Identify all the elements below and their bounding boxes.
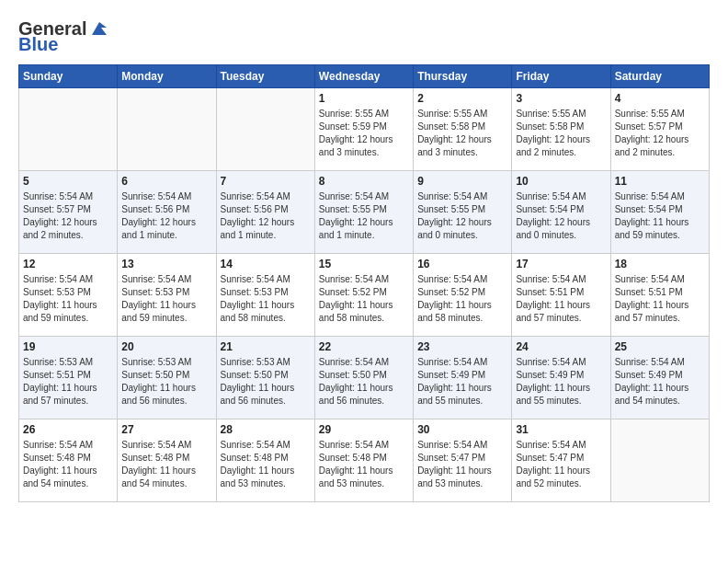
calendar-cell: 19Sunrise: 5:53 AM Sunset: 5:51 PM Dayli…	[19, 337, 118, 419]
day-number: 6	[121, 175, 211, 188]
calendar-cell	[19, 88, 118, 171]
calendar-cell: 7Sunrise: 5:54 AM Sunset: 5:56 PM Daylig…	[216, 171, 314, 254]
calendar-cell: 24Sunrise: 5:54 AM Sunset: 5:49 PM Dayli…	[512, 337, 610, 419]
calendar-table: SundayMondayTuesdayWednesdayThursdayFrid…	[18, 64, 710, 502]
day-of-week-header: Wednesday	[314, 65, 413, 88]
calendar-cell: 29Sunrise: 5:54 AM Sunset: 5:48 PM Dayli…	[314, 419, 413, 502]
calendar-cell: 22Sunrise: 5:54 AM Sunset: 5:50 PM Dayli…	[314, 337, 413, 419]
calendar-cell	[610, 419, 709, 502]
calendar-cell: 5Sunrise: 5:54 AM Sunset: 5:57 PM Daylig…	[19, 171, 118, 254]
day-info: Sunrise: 5:55 AM Sunset: 5:57 PM Dayligh…	[615, 108, 705, 159]
page-header: General Blue	[18, 18, 710, 55]
day-info: Sunrise: 5:54 AM Sunset: 5:47 PM Dayligh…	[417, 439, 507, 490]
svg-marker-0	[92, 22, 107, 35]
day-info: Sunrise: 5:54 AM Sunset: 5:49 PM Dayligh…	[417, 356, 507, 408]
day-number: 24	[516, 340, 606, 353]
day-number: 12	[23, 258, 113, 270]
calendar-cell: 12Sunrise: 5:54 AM Sunset: 5:53 PM Dayli…	[19, 254, 118, 337]
calendar-cell	[118, 88, 216, 171]
day-info: Sunrise: 5:54 AM Sunset: 5:53 PM Dayligh…	[221, 273, 311, 325]
day-info: Sunrise: 5:54 AM Sunset: 5:49 PM Dayligh…	[615, 356, 705, 408]
day-info: Sunrise: 5:54 AM Sunset: 5:56 PM Dayligh…	[221, 190, 311, 242]
calendar-cell: 25Sunrise: 5:54 AM Sunset: 5:49 PM Dayli…	[610, 337, 709, 419]
day-info: Sunrise: 5:54 AM Sunset: 5:53 PM Dayligh…	[23, 273, 113, 325]
calendar-cell: 6Sunrise: 5:54 AM Sunset: 5:56 PM Daylig…	[118, 171, 216, 254]
calendar-week-row: 19Sunrise: 5:53 AM Sunset: 5:51 PM Dayli…	[19, 337, 710, 419]
day-info: Sunrise: 5:54 AM Sunset: 5:57 PM Dayligh…	[23, 190, 113, 242]
day-info: Sunrise: 5:54 AM Sunset: 5:54 PM Dayligh…	[516, 190, 606, 242]
day-info: Sunrise: 5:54 AM Sunset: 5:54 PM Dayligh…	[615, 190, 705, 242]
calendar-cell: 27Sunrise: 5:54 AM Sunset: 5:48 PM Dayli…	[118, 419, 216, 502]
calendar-cell: 10Sunrise: 5:54 AM Sunset: 5:54 PM Dayli…	[512, 171, 610, 254]
calendar-week-row: 12Sunrise: 5:54 AM Sunset: 5:53 PM Dayli…	[19, 254, 710, 337]
day-number: 16	[417, 258, 507, 270]
day-info: Sunrise: 5:54 AM Sunset: 5:48 PM Dayligh…	[221, 439, 311, 490]
calendar-cell: 23Sunrise: 5:54 AM Sunset: 5:49 PM Dayli…	[414, 337, 512, 419]
day-of-week-header: Sunday	[19, 65, 118, 88]
calendar-cell: 21Sunrise: 5:53 AM Sunset: 5:50 PM Dayli…	[216, 337, 314, 419]
day-number: 15	[319, 258, 409, 270]
logo-blue-text: Blue	[18, 34, 58, 55]
day-number: 20	[121, 340, 211, 353]
day-of-week-header: Friday	[512, 65, 610, 88]
day-number: 7	[221, 175, 311, 188]
calendar-cell: 18Sunrise: 5:54 AM Sunset: 5:51 PM Dayli…	[610, 254, 709, 337]
day-info: Sunrise: 5:54 AM Sunset: 5:47 PM Dayligh…	[516, 439, 606, 490]
calendar-cell: 15Sunrise: 5:54 AM Sunset: 5:52 PM Dayli…	[314, 254, 413, 337]
day-info: Sunrise: 5:54 AM Sunset: 5:49 PM Dayligh…	[516, 356, 606, 408]
calendar-cell: 14Sunrise: 5:54 AM Sunset: 5:53 PM Dayli…	[216, 254, 314, 337]
logo-bird-icon	[88, 18, 107, 37]
calendar-cell	[216, 88, 314, 171]
day-info: Sunrise: 5:55 AM Sunset: 5:59 PM Dayligh…	[319, 108, 409, 159]
calendar-cell: 16Sunrise: 5:54 AM Sunset: 5:52 PM Dayli…	[414, 254, 512, 337]
calendar-week-row: 1Sunrise: 5:55 AM Sunset: 5:59 PM Daylig…	[19, 88, 710, 171]
day-of-week-header: Saturday	[610, 65, 709, 88]
day-number: 23	[417, 340, 507, 353]
day-info: Sunrise: 5:54 AM Sunset: 5:51 PM Dayligh…	[516, 273, 606, 325]
calendar-cell: 11Sunrise: 5:54 AM Sunset: 5:54 PM Dayli…	[610, 171, 709, 254]
day-info: Sunrise: 5:54 AM Sunset: 5:51 PM Dayligh…	[615, 273, 705, 325]
day-info: Sunrise: 5:54 AM Sunset: 5:56 PM Dayligh…	[121, 190, 211, 242]
day-info: Sunrise: 5:54 AM Sunset: 5:53 PM Dayligh…	[121, 273, 211, 325]
calendar-cell: 2Sunrise: 5:55 AM Sunset: 5:58 PM Daylig…	[414, 88, 512, 171]
day-number: 13	[121, 258, 211, 270]
day-info: Sunrise: 5:54 AM Sunset: 5:52 PM Dayligh…	[319, 273, 409, 325]
calendar-week-row: 5Sunrise: 5:54 AM Sunset: 5:57 PM Daylig…	[19, 171, 710, 254]
day-info: Sunrise: 5:53 AM Sunset: 5:51 PM Dayligh…	[23, 356, 113, 408]
day-number: 10	[516, 175, 606, 188]
day-info: Sunrise: 5:55 AM Sunset: 5:58 PM Dayligh…	[516, 108, 606, 159]
calendar-cell: 26Sunrise: 5:54 AM Sunset: 5:48 PM Dayli…	[19, 419, 118, 502]
day-number: 30	[417, 423, 507, 436]
day-number: 25	[615, 340, 705, 353]
calendar-cell: 20Sunrise: 5:53 AM Sunset: 5:50 PM Dayli…	[118, 337, 216, 419]
day-info: Sunrise: 5:54 AM Sunset: 5:50 PM Dayligh…	[319, 356, 409, 408]
day-number: 29	[319, 423, 409, 436]
day-number: 3	[516, 92, 606, 105]
calendar-cell: 3Sunrise: 5:55 AM Sunset: 5:58 PM Daylig…	[512, 88, 610, 171]
day-number: 19	[23, 340, 113, 353]
calendar-cell: 31Sunrise: 5:54 AM Sunset: 5:47 PM Dayli…	[512, 419, 610, 502]
calendar-header-row: SundayMondayTuesdayWednesdayThursdayFrid…	[19, 65, 710, 88]
day-info: Sunrise: 5:54 AM Sunset: 5:52 PM Dayligh…	[417, 273, 507, 325]
day-number: 28	[221, 423, 311, 436]
calendar-cell: 8Sunrise: 5:54 AM Sunset: 5:55 PM Daylig…	[314, 171, 413, 254]
day-info: Sunrise: 5:55 AM Sunset: 5:58 PM Dayligh…	[417, 108, 507, 159]
day-number: 14	[221, 258, 311, 270]
calendar-cell: 1Sunrise: 5:55 AM Sunset: 5:59 PM Daylig…	[314, 88, 413, 171]
calendar-week-row: 26Sunrise: 5:54 AM Sunset: 5:48 PM Dayli…	[19, 419, 710, 502]
day-number: 26	[23, 423, 113, 436]
day-of-week-header: Monday	[118, 65, 216, 88]
day-info: Sunrise: 5:54 AM Sunset: 5:55 PM Dayligh…	[319, 190, 409, 242]
day-of-week-header: Tuesday	[216, 65, 314, 88]
day-info: Sunrise: 5:53 AM Sunset: 5:50 PM Dayligh…	[121, 356, 211, 408]
calendar-cell: 17Sunrise: 5:54 AM Sunset: 5:51 PM Dayli…	[512, 254, 610, 337]
day-of-week-header: Thursday	[414, 65, 512, 88]
day-number: 22	[319, 340, 409, 353]
day-number: 31	[516, 423, 606, 436]
day-info: Sunrise: 5:53 AM Sunset: 5:50 PM Dayligh…	[221, 356, 311, 408]
day-number: 11	[615, 175, 705, 188]
day-info: Sunrise: 5:54 AM Sunset: 5:48 PM Dayligh…	[319, 439, 409, 490]
day-number: 17	[516, 258, 606, 270]
logo: General Blue	[18, 18, 107, 55]
day-info: Sunrise: 5:54 AM Sunset: 5:48 PM Dayligh…	[23, 439, 113, 490]
